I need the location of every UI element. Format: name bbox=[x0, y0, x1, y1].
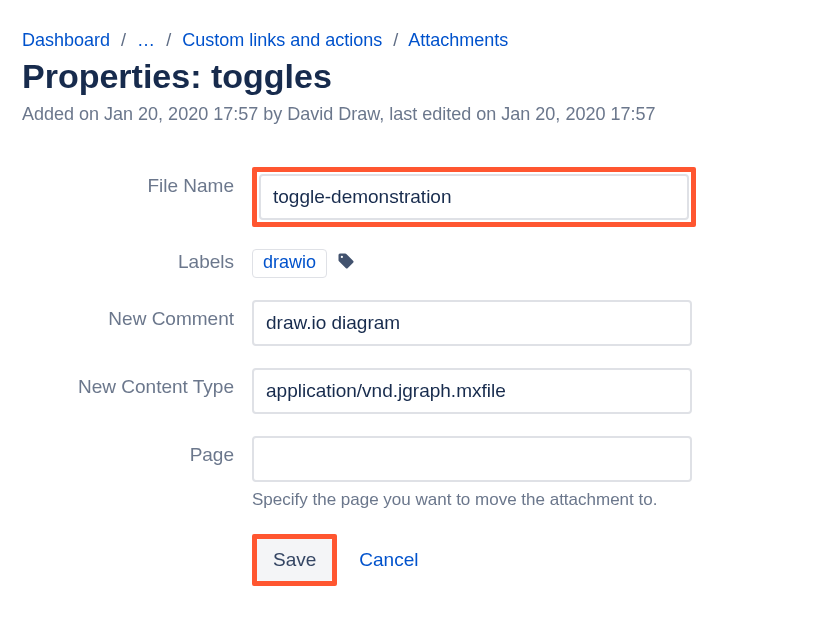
file-name-label: File Name bbox=[22, 167, 252, 197]
breadcrumb: Dashboard / … / Custom links and actions… bbox=[22, 30, 810, 51]
breadcrumb-separator: / bbox=[121, 30, 126, 50]
label-chip[interactable]: drawio bbox=[252, 249, 327, 278]
meta-info: Added on Jan 20, 2020 17:57 by David Dra… bbox=[22, 104, 810, 125]
new-content-type-label: New Content Type bbox=[22, 368, 252, 398]
breadcrumb-dashboard[interactable]: Dashboard bbox=[22, 30, 110, 50]
breadcrumb-separator: / bbox=[166, 30, 171, 50]
page-label: Page bbox=[22, 436, 252, 466]
file-name-highlight bbox=[252, 167, 696, 227]
new-comment-input[interactable] bbox=[252, 300, 692, 346]
breadcrumb-attachments[interactable]: Attachments bbox=[408, 30, 508, 50]
cancel-link[interactable]: Cancel bbox=[359, 549, 418, 571]
file-name-input[interactable] bbox=[259, 174, 689, 220]
breadcrumb-ellipsis[interactable]: … bbox=[137, 30, 155, 50]
new-comment-label: New Comment bbox=[22, 300, 252, 330]
save-highlight: Save bbox=[252, 534, 337, 586]
labels-label: Labels bbox=[22, 249, 252, 273]
tag-icon[interactable] bbox=[337, 252, 355, 275]
page-input[interactable] bbox=[252, 436, 692, 482]
breadcrumb-custom-links[interactable]: Custom links and actions bbox=[182, 30, 382, 50]
page-title: Properties: toggles bbox=[22, 57, 810, 96]
new-content-type-input[interactable] bbox=[252, 368, 692, 414]
page-helper-text: Specify the page you want to move the at… bbox=[252, 490, 792, 510]
breadcrumb-separator: / bbox=[393, 30, 398, 50]
save-button[interactable]: Save bbox=[257, 539, 332, 581]
